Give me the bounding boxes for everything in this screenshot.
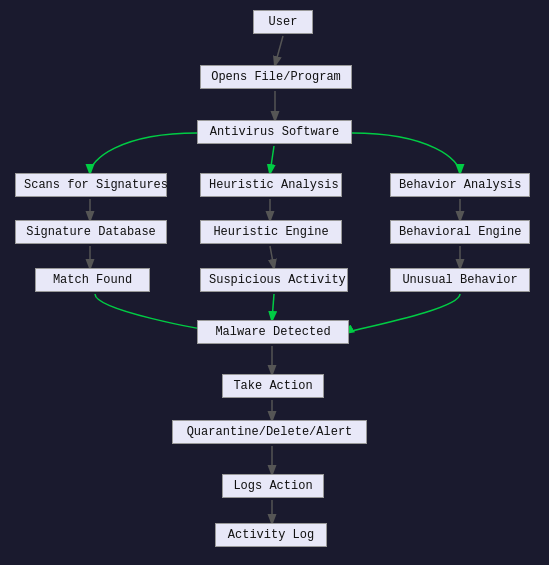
node-unusual-behavior: Unusual Behavior xyxy=(390,268,530,292)
node-heuristic-analysis: Heuristic Analysis xyxy=(200,173,342,197)
node-activity-log: Activity Log xyxy=(215,523,327,547)
svg-line-11 xyxy=(270,146,274,173)
node-behavioral-engine: Behavioral Engine xyxy=(390,220,530,244)
node-user: User xyxy=(253,10,313,34)
node-scans-signatures: Scans for Signatures xyxy=(15,173,167,197)
svg-line-5 xyxy=(270,246,274,268)
node-signature-database: Signature Database xyxy=(15,220,167,244)
svg-line-12 xyxy=(272,294,274,320)
flowchart: User Opens File/Program Antivirus Softwa… xyxy=(0,0,549,565)
node-opens-file: Opens File/Program xyxy=(200,65,352,89)
node-take-action: Take Action xyxy=(222,374,324,398)
node-heuristic-engine: Heuristic Engine xyxy=(200,220,342,244)
node-match-found: Match Found xyxy=(35,268,150,292)
node-malware-detected: Malware Detected xyxy=(197,320,349,344)
node-antivirus: Antivirus Software xyxy=(197,120,352,144)
node-quarantine: Quarantine/Delete/Alert xyxy=(172,420,367,444)
node-logs-action: Logs Action xyxy=(222,474,324,498)
node-behavior-analysis: Behavior Analysis xyxy=(390,173,530,197)
svg-line-0 xyxy=(275,36,283,65)
node-suspicious-activity: Suspicious Activity xyxy=(200,268,348,292)
